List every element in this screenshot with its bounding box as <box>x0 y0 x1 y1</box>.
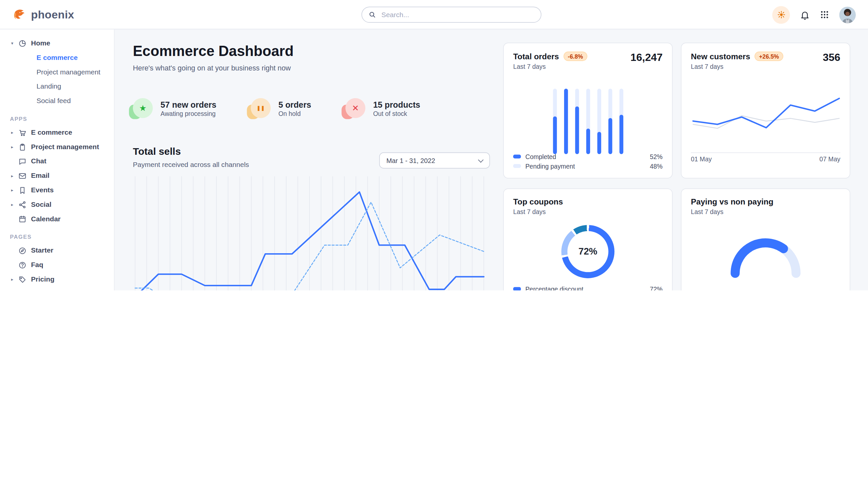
brand-logo[interactable]: phoenix <box>12 0 74 29</box>
sidebar-item-label: Pricing <box>31 275 54 283</box>
total-sells-header: Total sells Payment received across all … <box>133 146 490 169</box>
global-search-input[interactable] <box>380 10 534 19</box>
calendar-icon <box>19 214 27 223</box>
legend-label: Percentage discount <box>525 286 645 290</box>
total-sells-title: Total sells <box>133 146 249 157</box>
order-bar <box>564 89 568 154</box>
legend-value: 52% <box>650 153 663 160</box>
tag-icon <box>19 275 27 284</box>
new-customers-card: New customers +26.5% Last 7 days 356 01 … <box>681 43 850 178</box>
sidebar-subitem-project-management[interactable]: Project management <box>10 65 110 79</box>
date-range-select[interactable]: Mar 1 - 31, 2022 <box>379 152 490 169</box>
sidebar-item-label: Project management <box>31 143 99 151</box>
caret-icon: ▾ <box>10 41 14 46</box>
sidebar-item-faq[interactable]: Faq <box>10 258 110 272</box>
new-customers-x-labels: 01 May07 May <box>691 152 840 162</box>
legend-row: Percentage discount 72% <box>513 284 662 290</box>
caret-icon: ▸ <box>10 173 14 178</box>
top-navbar: phoenix <box>0 0 868 29</box>
phoenix-icon <box>12 7 27 22</box>
page-subtitle: Here's what's going on at your business … <box>133 64 490 72</box>
total-orders-period: Last 7 days <box>513 63 587 70</box>
total-orders-badge: -6.8% <box>563 52 587 61</box>
sidebar-section-label: APPS <box>10 116 110 122</box>
stat-awating-processing: ★ 57 new orders Awating processing <box>133 98 216 118</box>
legend-swatch <box>513 287 521 290</box>
help-circle-icon <box>19 260 27 269</box>
apps-grid-button[interactable] <box>820 10 830 20</box>
sidebar-item-project-management[interactable]: ▸ Project management <box>10 140 110 154</box>
legend-swatch <box>513 155 521 159</box>
sidebar-item-chat[interactable]: Chat <box>10 154 110 169</box>
new-customers-badge: +26.5% <box>754 52 783 61</box>
total-orders-bar-chart <box>504 89 672 154</box>
share-icon <box>19 200 27 209</box>
global-search[interactable] <box>362 7 541 23</box>
sidebar-item-pricing[interactable]: ▸ Pricing <box>10 272 110 286</box>
top-coupons-title: Top coupons <box>513 197 563 206</box>
top-coupons-period: Last 7 days <box>513 208 662 215</box>
sidebar-item-events[interactable]: ▸ Events <box>10 183 110 197</box>
user-avatar[interactable] <box>839 6 856 23</box>
sidebar-subitem-social-feed[interactable]: Social feed <box>10 93 110 108</box>
top-coupons-legend: Percentage discount 72% Fixed card disco… <box>513 284 662 290</box>
total-orders-value: 16,247 <box>630 52 663 64</box>
sidebar-item-label: Email <box>31 172 49 180</box>
sidebar-subitem-e-commerce[interactable]: E commerce <box>10 50 110 65</box>
top-actions <box>772 0 856 29</box>
sidebar-item-label: Chat <box>31 157 46 165</box>
order-bar <box>608 89 612 154</box>
stat-value: 15 products <box>373 99 420 109</box>
sidebar-subitem-landing[interactable]: Landing <box>10 79 110 94</box>
star-icon: ★ <box>133 98 153 118</box>
sidebar-item-social[interactable]: ▸ Social <box>10 197 110 212</box>
total-sells-subtitle: Payment received across all channels <box>133 161 249 169</box>
new-customers-line-chart <box>691 78 841 148</box>
notifications-button[interactable] <box>800 9 810 20</box>
chevron-down-icon <box>478 157 484 162</box>
sidebar-item-label: Starter <box>31 247 53 255</box>
sidebar-item-home[interactable]: ▾ Home <box>10 36 110 50</box>
sidebar-item-label: Events <box>31 186 54 194</box>
bell-icon <box>800 9 810 20</box>
caret-icon: ▸ <box>10 188 14 193</box>
x-icon: ✕ <box>345 98 365 118</box>
stat-caption: Out of stock <box>373 110 420 117</box>
new-customers-value: 356 <box>823 52 840 64</box>
caret-icon: ▸ <box>10 130 14 135</box>
new-customers-period: Last 7 days <box>691 63 783 70</box>
sidebar-item-email[interactable]: ▸ Email <box>10 169 110 183</box>
cart-icon <box>19 128 27 137</box>
sidebar-section-label: PAGES <box>10 234 110 240</box>
legend-swatch <box>513 164 521 168</box>
sidebar-item-notifications[interactable]: Notifications <box>10 286 110 290</box>
paying-period: Last 7 days <box>691 208 840 215</box>
paying-title: Paying vs non paying <box>691 197 773 206</box>
order-bar <box>553 89 557 154</box>
stat-out-of-stock: ✕ 15 products Out of stock <box>345 98 420 118</box>
sidebar-item-calendar[interactable]: Calendar <box>10 212 110 226</box>
hero-left: Ecommerce Dashboard Here's what's going … <box>133 43 490 290</box>
bell-icon <box>19 289 27 290</box>
sidebar-item-e-commerce[interactable]: ▸ E commerce <box>10 125 110 140</box>
legend-row: Pending payment 48% <box>513 161 662 171</box>
caret-icon: ▸ <box>10 144 14 149</box>
stat-caption: Awating processing <box>160 110 216 117</box>
stat-caption: On hold <box>278 110 311 117</box>
avatar-image <box>839 6 856 23</box>
total-sells-line-chart <box>133 176 486 290</box>
legend-value: 72% <box>650 286 663 290</box>
grid-menu-icon <box>820 10 830 20</box>
caret-icon: ▸ <box>10 277 14 282</box>
app-window: phoenix ▾ HomeE commerceProject manageme… <box>0 0 868 290</box>
sidebar-item-label: Notifications <box>31 290 73 290</box>
pause-icon: ❚❚ <box>251 98 271 118</box>
sidebar-item-starter[interactable]: Starter <box>10 243 110 258</box>
order-bar <box>586 89 590 154</box>
sidebar-item-label: Home <box>31 39 50 47</box>
theme-toggle-button[interactable] <box>772 6 790 24</box>
main-content: Ecommerce Dashboard Here's what's going … <box>115 29 868 290</box>
search-icon <box>369 11 376 19</box>
paying-gauge-chart <box>724 234 807 278</box>
order-stats-row: ★ 57 new orders Awating processing ❚❚ 5 … <box>133 98 490 118</box>
